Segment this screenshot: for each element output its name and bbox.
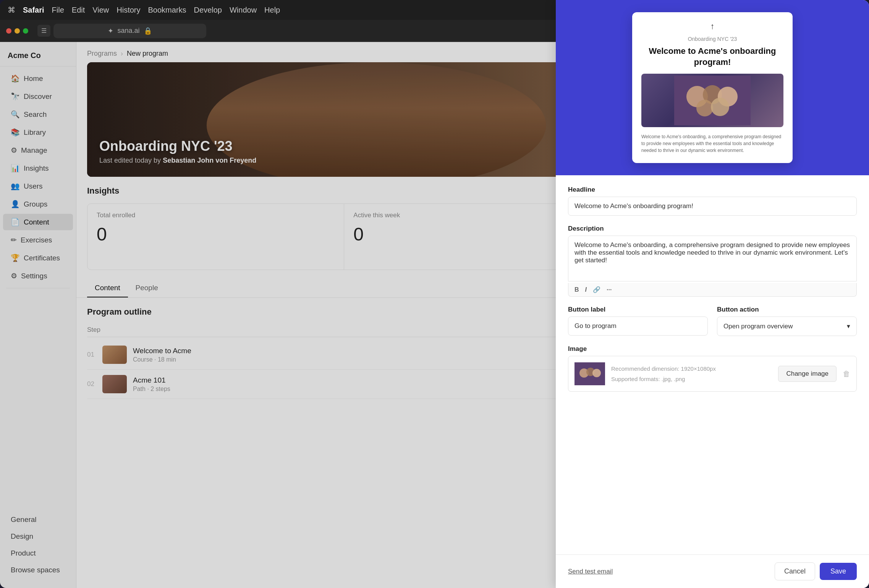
preview-area: ↑ Onboarding NYC '23 Welcome to Acme's o… <box>556 0 869 175</box>
svg-point-9 <box>592 369 601 377</box>
delete-image-button[interactable]: 🗑 <box>843 370 850 378</box>
overlay-footer: Send test email Cancel Save <box>556 554 869 588</box>
main-layout: Acme Co 🏠 Home 🔭 Discover 🔍 Search 📚 Lib… <box>0 42 869 588</box>
menu-app[interactable]: Safari <box>23 6 44 15</box>
cancel-button[interactable]: Cancel <box>775 562 815 580</box>
description-label: Description <box>568 225 857 233</box>
button-label-label: Button label <box>568 306 708 313</box>
footer-actions: Cancel Save <box>775 562 857 580</box>
form-row-button: Button label Button action Open program … <box>568 306 857 336</box>
upload-info: Recommended dimension: 1920×1080px Suppo… <box>611 363 772 384</box>
image-upload-row: Recommended dimension: 1920×1080px Suppo… <box>568 356 857 392</box>
preview-card-description: Welcome to Acme's onboarding, a comprehe… <box>641 133 783 154</box>
overlay-panel: ↑ Onboarding NYC '23 Welcome to Acme's o… <box>556 0 869 588</box>
send-test-email-link[interactable]: Send test email <box>568 568 613 575</box>
svg-point-5 <box>711 98 729 116</box>
bold-button[interactable]: B <box>574 286 579 293</box>
change-image-button[interactable]: Change image <box>778 366 837 382</box>
button-label-input[interactable] <box>568 317 708 336</box>
form-group-headline: Headline <box>568 186 857 216</box>
button-action-value: Open program overview <box>723 323 793 330</box>
save-button[interactable]: Save <box>820 563 857 580</box>
menu-bookmarks[interactable]: Bookmarks <box>148 6 186 15</box>
preview-card-tagline: Onboarding NYC '23 <box>641 36 783 42</box>
upload-thumbnail <box>574 362 605 385</box>
menu-view[interactable]: View <box>92 6 109 15</box>
image-formats-text: Supported formats: .jpg, .png <box>611 374 772 384</box>
preview-card-image <box>641 74 783 127</box>
headline-input[interactable] <box>568 197 857 216</box>
link-button[interactable]: 🔗 <box>593 286 600 293</box>
description-textarea[interactable] <box>568 236 857 281</box>
button-action-label: Button action <box>717 306 857 313</box>
form-group-description: Description B I 🔗 ··· <box>568 225 857 297</box>
trash-icon: 🗑 <box>843 370 850 378</box>
menu-develop[interactable]: Develop <box>194 6 222 15</box>
apple-menu[interactable]: ⌘ <box>8 5 15 15</box>
italic-button[interactable]: I <box>585 286 587 293</box>
image-label: Image <box>568 345 857 353</box>
arrow-up-icon: ↑ <box>710 21 715 31</box>
form-group-image: Image Recommended dimension: 1920×1080 <box>568 345 857 392</box>
form-group-button-label: Button label <box>568 306 708 336</box>
menu-file[interactable]: File <box>52 6 64 15</box>
preview-card: ↑ Onboarding NYC '23 Welcome to Acme's o… <box>632 12 793 163</box>
headline-label: Headline <box>568 186 857 194</box>
menu-window[interactable]: Window <box>230 6 257 15</box>
form-group-button-action: Button action Open program overview ▾ <box>717 306 857 336</box>
menu-history[interactable]: History <box>117 6 140 15</box>
preview-card-upload-icon: ↑ <box>641 21 783 31</box>
menu-help[interactable]: Help <box>264 6 280 15</box>
text-formatting-toolbar: B I 🔗 ··· <box>568 283 857 297</box>
menu-edit[interactable]: Edit <box>72 6 85 15</box>
mac-frame: ⌘ Safari File Edit View History Bookmark… <box>0 0 869 588</box>
preview-image-faces <box>641 74 783 127</box>
menu-bar-left: ⌘ Safari File Edit View History Bookmark… <box>8 5 280 15</box>
more-formatting-button[interactable]: ··· <box>607 286 612 293</box>
svg-point-4 <box>696 100 713 116</box>
chevron-down-icon: ▾ <box>847 322 850 330</box>
image-rec-text: Recommended dimension: 1920×1080px <box>611 363 772 374</box>
button-action-select[interactable]: Open program overview ▾ <box>717 317 857 336</box>
preview-card-headline: Welcome to Acme's onboarding program! <box>641 46 783 68</box>
form-area: Headline Description B I 🔗 ··· Butto <box>556 175 869 554</box>
